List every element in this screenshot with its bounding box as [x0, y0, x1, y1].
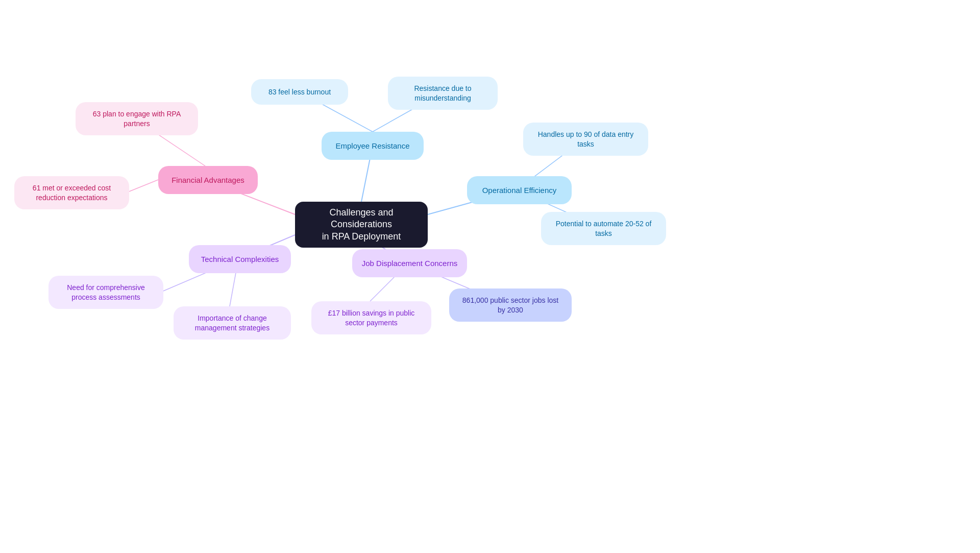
technical-complexities-label: Technical Complexities [201, 254, 279, 265]
center-label: Challenges and Considerations in RPA Dep… [303, 207, 420, 243]
employee-resistance-node: Employee Resistance [322, 132, 424, 160]
center-node: Challenges and Considerations in RPA Dep… [295, 202, 428, 248]
billion-savings-node: £17 billion savings in public sector pay… [311, 301, 431, 334]
financial-advantages-node: Financial Advantages [158, 166, 258, 194]
feel-less-burnout-label: 83 feel less burnout [268, 87, 331, 97]
plan-rpa-partners-label: 63 plan to engage with RPA partners [93, 109, 181, 128]
billion-savings-label: £17 billion savings in public sector pay… [328, 308, 415, 327]
process-assessments-node: Need for comprehensive process assessmen… [48, 276, 163, 309]
cost-reduction-node: 61 met or exceeded cost reduction expect… [14, 176, 129, 209]
cost-reduction-label: 61 met or exceeded cost reduction expect… [33, 183, 111, 202]
financial-advantages-label: Financial Advantages [172, 175, 244, 185]
svg-line-5 [127, 180, 158, 193]
automate-tasks-label: Potential to automate 20-52 of tasks [556, 219, 652, 237]
operational-efficiency-label: Operational Efficiency [482, 185, 557, 196]
change-management-node: Importance of change management strategi… [174, 306, 291, 340]
feel-less-burnout-node: 83 feel less burnout [251, 79, 348, 105]
public-sector-jobs-label: 861,000 public sector jobs lost by 2030 [462, 296, 558, 314]
plan-rpa-partners-node: 63 plan to engage with RPA partners [76, 102, 198, 135]
employee-resistance-label: Employee Resistance [335, 141, 409, 151]
job-displacement-label: Job Displacement Concerns [362, 258, 458, 269]
operational-efficiency-node: Operational Efficiency [467, 176, 572, 204]
change-management-label: Importance of change management strategi… [195, 314, 270, 332]
automate-tasks-node: Potential to automate 20-52 of tasks [541, 212, 666, 245]
data-entry-tasks-label: Handles up to 90 of data entry tasks [538, 130, 634, 148]
technical-complexities-node: Technical Complexities [189, 245, 291, 273]
data-entry-tasks-node: Handles up to 90 of data entry tasks [523, 123, 648, 156]
public-sector-jobs-node: 861,000 public sector jobs lost by 2030 [449, 288, 572, 322]
job-displacement-node: Job Displacement Concerns [352, 249, 467, 277]
resistance-misunderstanding-label: Resistance due to misunderstanding [414, 84, 471, 102]
process-assessments-label: Need for comprehensive process assessmen… [67, 283, 145, 301]
resistance-misunderstanding-node: Resistance due to misunderstanding [388, 77, 498, 110]
